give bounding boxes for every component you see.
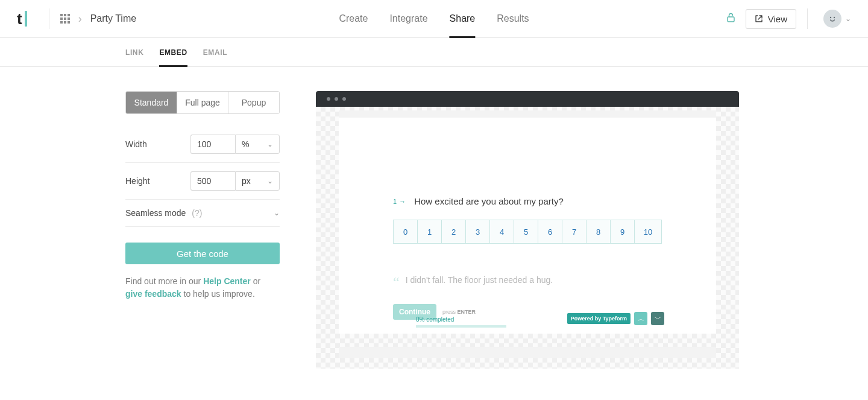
account-menu[interactable]: ⌄ [823,10,851,28]
logo[interactable]: t [17,10,27,28]
opinion-scale: 0 1 2 3 4 5 6 7 8 9 10 [393,220,662,244]
mode-fullpage[interactable]: Full page [177,92,228,113]
lock-icon[interactable] [727,13,735,25]
question-text: How excited are you about my party? [414,196,564,206]
chevron-down-icon: ⌄ [845,14,851,23]
chevron-down-icon: ⌄ [267,140,273,148]
width-label: Width [125,139,147,149]
powered-by-badge[interactable]: Powered by Typeform [567,313,631,324]
scale-option[interactable]: 0 [393,220,417,244]
scale-option[interactable]: 5 [514,220,538,244]
progress-indicator: 0% completed [416,316,506,328]
avatar [823,10,841,28]
width-unit-label: % [242,139,249,149]
workspace-grid-icon[interactable] [60,14,70,24]
height-unit-label: px [242,176,251,186]
height-input[interactable] [190,171,235,191]
share-subnav: LINK EMBED EMAIL [0,38,868,67]
divider [49,8,49,29]
get-code-button[interactable]: Get the code [125,243,280,264]
question-number: 1 → [393,198,406,205]
quote-text: I didn't fall. The floor just needed a h… [406,275,553,285]
feedback-link[interactable]: give feedback [125,289,181,299]
subnav-embed[interactable]: EMBED [159,38,187,67]
nav-integrate[interactable]: Integrate [389,0,427,38]
external-link-icon [755,14,763,23]
subnav-email[interactable]: EMAIL [203,38,227,67]
svg-point-1 [830,17,831,18]
scale-option[interactable]: 4 [489,220,514,244]
embed-settings-panel: Standard Full page Popup Width % ⌄ Heigh… [125,91,280,369]
chevron-down-icon: ⌄ [267,177,273,185]
embedded-form-preview: 1 → How excited are you about my party? … [339,110,716,334]
divider [807,8,808,29]
width-input[interactable] [190,135,235,154]
chevron-down-icon: ⌄ [274,209,280,217]
subnav-link[interactable]: LINK [125,38,143,67]
view-button-label: View [768,14,787,24]
svg-point-2 [834,17,835,18]
main-nav: Create Integrate Share Results [339,0,529,38]
scale-option[interactable]: 8 [586,220,610,244]
scale-option[interactable]: 10 [634,220,662,244]
form-nav-up-button[interactable]: ︿ [634,312,647,325]
arrow-right-icon: → [399,198,406,205]
preview-titlebar [316,91,739,107]
scale-option[interactable]: 9 [610,220,634,244]
progress-label: 0% completed [416,316,506,323]
svg-rect-0 [728,17,734,22]
embed-mode-segment: Standard Full page Popup [125,91,280,114]
project-title: Party Time [90,13,136,24]
help-text: Find out more in our Help Center or give… [125,275,280,300]
nav-results[interactable]: Results [497,0,529,38]
height-label: Height [125,176,149,186]
scale-option[interactable]: 7 [562,220,586,244]
nav-share[interactable]: Share [450,0,476,38]
preview-window: 1 → How excited are you about my party? … [316,91,739,369]
progress-track [416,325,506,328]
seamless-mode-row[interactable]: Seamless mode (?) ⌄ [125,200,280,227]
mode-popup[interactable]: Popup [228,92,279,113]
help-center-link[interactable]: Help Center [203,276,251,286]
quote-icon: “ [393,275,400,290]
form-nav-down-button[interactable]: ﹀ [651,312,664,325]
press-enter-hint: press ENTER [442,309,476,315]
width-unit-select[interactable]: % ⌄ [235,135,280,154]
height-unit-select[interactable]: px ⌄ [235,171,280,191]
seamless-help-icon[interactable]: (?) [192,208,202,218]
view-button[interactable]: View [746,9,796,29]
scale-option[interactable]: 3 [465,220,489,244]
chevron-right-icon: › [78,13,82,25]
seamless-label: Seamless mode [125,208,186,218]
scale-option[interactable]: 2 [441,220,465,244]
nav-create[interactable]: Create [339,0,368,38]
scale-option[interactable]: 1 [417,220,441,244]
mode-standard[interactable]: Standard [126,92,177,113]
scale-option[interactable]: 6 [538,220,562,244]
